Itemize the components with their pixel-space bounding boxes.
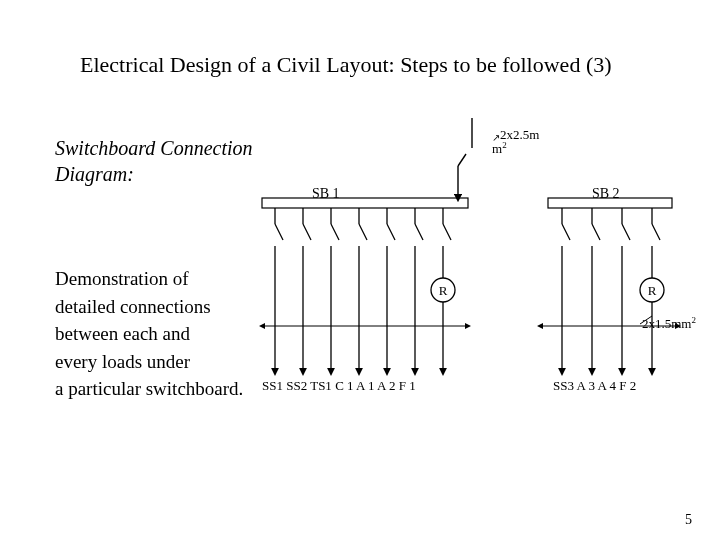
svg-line-14 bbox=[359, 224, 367, 240]
svg-point-25 bbox=[431, 278, 455, 302]
desc-line-1: Demonstration of bbox=[55, 268, 189, 289]
page-number: 5 bbox=[685, 512, 692, 528]
sb1-feeder-labels: SS1 SS2 TS1 C 1 A 1 A 2 F 1 bbox=[262, 378, 416, 394]
svg-point-40 bbox=[640, 278, 664, 302]
svg-line-38 bbox=[652, 224, 660, 240]
svg-rect-0 bbox=[262, 198, 468, 208]
svg-line-17 bbox=[387, 224, 395, 240]
arrow-down-left-icon: ↗ bbox=[492, 133, 500, 143]
subtitle-line-2: Diagram: bbox=[55, 163, 134, 185]
svg-line-8 bbox=[303, 224, 311, 240]
svg-line-23 bbox=[443, 224, 451, 240]
feeder-cable-note: 2x1.5mm2 bbox=[642, 315, 696, 332]
diagram-subtitle: Switchboard Connection Diagram: bbox=[55, 135, 253, 187]
incomer-cable-note: ↗2x2.5m m2 bbox=[492, 128, 539, 155]
svg-line-35 bbox=[622, 224, 630, 240]
svg-line-5 bbox=[275, 224, 283, 240]
sb1-feeders bbox=[275, 208, 455, 372]
diagram-description: Demonstration of detailed connections be… bbox=[55, 265, 243, 403]
svg-line-32 bbox=[592, 224, 600, 240]
svg-line-29 bbox=[562, 224, 570, 240]
svg-line-2 bbox=[458, 154, 466, 166]
sb2-regulator-label: R bbox=[648, 283, 657, 298]
desc-line-2: detailed connections bbox=[55, 296, 211, 317]
sb2-label: SB 2 bbox=[592, 186, 620, 202]
sb1-label: SB 1 bbox=[312, 186, 340, 202]
sb2-feeder-labels: SS3 A 3 A 4 F 2 bbox=[553, 378, 636, 394]
subtitle-line-1: Switchboard Connection bbox=[55, 137, 253, 159]
svg-line-11 bbox=[331, 224, 339, 240]
sb1-busbar bbox=[262, 118, 472, 208]
sb1-regulator-label: R bbox=[439, 283, 448, 298]
page-title: Electrical Design of a Civil Layout: Ste… bbox=[80, 52, 680, 78]
svg-line-20 bbox=[415, 224, 423, 240]
desc-line-3: between each and bbox=[55, 323, 190, 344]
sb2-feeders bbox=[562, 208, 664, 372]
desc-line-5: a particular switchboard. bbox=[55, 378, 243, 399]
desc-line-4: every loads under bbox=[55, 351, 190, 372]
